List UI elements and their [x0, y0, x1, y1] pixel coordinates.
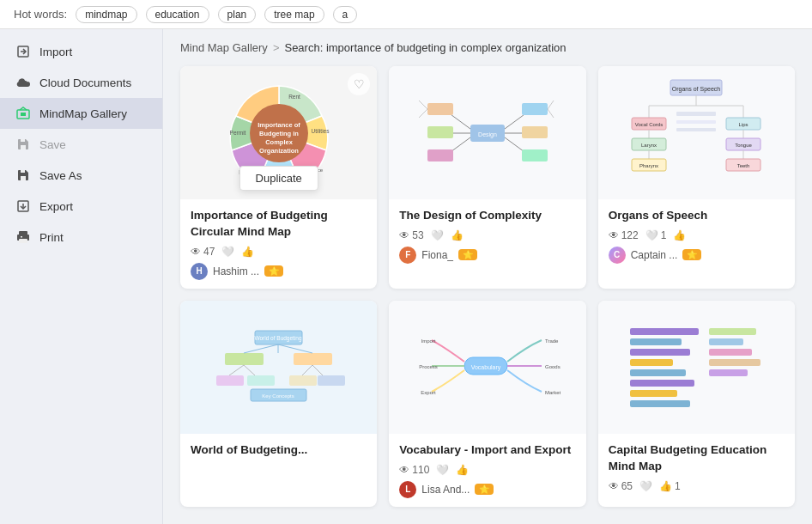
sidebar-label-save: Save: [39, 138, 66, 151]
svg-text:World of Budgeting: World of Budgeting: [255, 335, 303, 342]
card-image-6: [598, 301, 795, 434]
svg-rect-66: [676, 112, 716, 116]
author-avatar-2: F: [399, 247, 416, 264]
svg-text:Goods: Goods: [545, 364, 561, 369]
eye-icon-3: 👁: [609, 229, 619, 241]
breadcrumb-root[interactable]: Mind Map Gallery: [180, 41, 268, 54]
print-icon: [15, 229, 31, 245]
tag-treemap[interactable]: tree map: [264, 6, 324, 23]
sidebar-item-import[interactable]: Import: [0, 36, 162, 67]
card-title-4: World of Budgeting...: [191, 442, 367, 459]
breadcrumb-separator: >: [273, 41, 280, 54]
svg-line-74: [244, 344, 278, 353]
sidebar-item-cloud[interactable]: Cloud Documents: [0, 67, 162, 98]
svg-rect-12: [19, 239, 27, 243]
svg-rect-100: [630, 390, 677, 397]
card-stats-3: 👁 122 🤍 1 👍: [609, 229, 785, 241]
author-name-3: Captain ...: [631, 249, 678, 261]
card-author-1: H Hashim ... ⭐: [191, 263, 367, 280]
sidebar-item-save-as[interactable]: Save As: [0, 160, 162, 191]
duplicate-tooltip[interactable]: Duplicate: [239, 166, 318, 191]
svg-line-39: [419, 101, 427, 109]
svg-text:Importance of: Importance of: [258, 121, 300, 129]
svg-rect-30: [427, 103, 453, 115]
heart-stat-5: 🤍: [436, 464, 449, 476]
card-vocabulary[interactable]: Vocabulary Import Process Export: [389, 301, 585, 507]
design-complexity-svg: Design: [415, 77, 561, 189]
card-image-1: Importance of Budgeting in Complex Organ…: [180, 66, 377, 199]
svg-text:Tongue: Tongue: [735, 143, 752, 148]
card-capital-budgeting[interactable]: Capital Budgeting Education Mind Map 👁 6…: [598, 301, 795, 507]
svg-rect-7: [21, 170, 25, 173]
sidebar-item-print[interactable]: Print: [0, 222, 162, 253]
svg-rect-97: [630, 359, 673, 366]
heart-stat-6: 🤍: [639, 480, 652, 492]
thumb-stat-1: 👍: [241, 246, 254, 258]
svg-rect-67: [676, 120, 716, 124]
heart-button-1[interactable]: ♡: [348, 73, 370, 95]
svg-text:Vocal Cords: Vocal Cords: [635, 122, 663, 127]
sidebar-item-save: Save: [0, 129, 162, 160]
svg-rect-106: [709, 369, 748, 376]
svg-text:Larynx: Larynx: [641, 143, 657, 148]
hot-words-label: Hot words:: [14, 8, 67, 21]
svg-rect-13: [21, 236, 22, 238]
export-icon: [15, 198, 31, 214]
sidebar-item-gallery[interactable]: MindMap Gallery: [0, 98, 162, 129]
view-count-1: 👁 47: [191, 246, 215, 258]
sidebar-label-cloud: Cloud Documents: [39, 76, 131, 89]
svg-rect-72: [225, 353, 264, 365]
svg-text:Key Concepts: Key Concepts: [262, 393, 294, 399]
eye-icon-1: 👁: [191, 246, 201, 258]
author-avatar-3: C: [609, 247, 626, 264]
main-area: Import Cloud Documents MindMap Gallery: [0, 29, 812, 524]
svg-line-75: [278, 344, 312, 353]
card-image-2: Design: [389, 66, 585, 199]
top-bar: Hot words: mindmap education plan tree m…: [0, 0, 812, 29]
svg-text:Organs of Speech: Organs of Speech: [672, 86, 721, 93]
heart-stat-1: 🤍: [221, 246, 234, 258]
import-icon: [15, 44, 31, 59]
card-body-2: The Design of Complexity 👁 53 🤍 👍 F Fion…: [389, 199, 585, 289]
card-author-3: C Captain ... ⭐: [609, 247, 785, 264]
sidebar-label-save-as: Save As: [39, 169, 82, 182]
svg-text:Permit: Permit: [229, 130, 245, 136]
svg-rect-83: [318, 375, 345, 386]
card-stats-5: 👁 110 🤍 👍: [399, 464, 575, 476]
svg-rect-101: [630, 400, 690, 407]
svg-rect-96: [630, 349, 690, 356]
tag-plan[interactable]: plan: [218, 6, 257, 23]
svg-rect-104: [709, 349, 752, 356]
cloud-icon: [15, 75, 31, 90]
author-avatar-1: H: [191, 263, 208, 280]
svg-rect-4: [21, 145, 26, 149]
heart-stat-2: 🤍: [431, 229, 444, 241]
sidebar-item-export[interactable]: Export: [0, 191, 162, 222]
svg-rect-3: [21, 113, 26, 116]
card-organs-speech[interactable]: Organs of Speech Vocal Cords Larynx: [598, 66, 795, 289]
gallery-icon: [15, 106, 31, 121]
breadcrumb-current: Search: importance of budgeting in compl…: [284, 41, 566, 54]
card-image-5: Vocabulary Import Process Export: [389, 301, 585, 434]
svg-text:Pharynx: Pharynx: [639, 163, 658, 168]
card-title-2: The Design of Complexity: [399, 208, 575, 224]
card-title-5: Vocabulary - Import and Export: [399, 442, 575, 459]
card-body-1: Importance of Budgeting Circular Mind Ma…: [180, 199, 377, 289]
heart-stat-3: 🤍 1: [645, 229, 667, 241]
tag-a[interactable]: a: [333, 6, 358, 23]
svg-rect-68: [676, 128, 716, 131]
card-importance-budgeting[interactable]: Importance of Budgeting in Complex Organ…: [180, 66, 377, 289]
sidebar-label-print: Print: [39, 231, 64, 244]
thumb-stat-3: 👍: [673, 229, 686, 241]
tag-mindmap[interactable]: mindmap: [76, 6, 136, 23]
card-world-budgeting[interactable]: World of Budgeting: [180, 301, 377, 507]
card-body-3: Organs of Speech 👁 122 🤍 1 👍 C Captain .…: [598, 199, 795, 289]
svg-line-77: [244, 365, 255, 375]
card-design-complexity[interactable]: Design: [389, 66, 585, 289]
save-as-icon: [15, 168, 31, 183]
svg-rect-6: [21, 176, 26, 180]
tag-education[interactable]: education: [146, 6, 209, 23]
svg-text:Lips: Lips: [739, 122, 748, 127]
eye-icon-5: 👁: [399, 464, 409, 476]
breadcrumb: Mind Map Gallery > Search: importance of…: [180, 41, 795, 54]
